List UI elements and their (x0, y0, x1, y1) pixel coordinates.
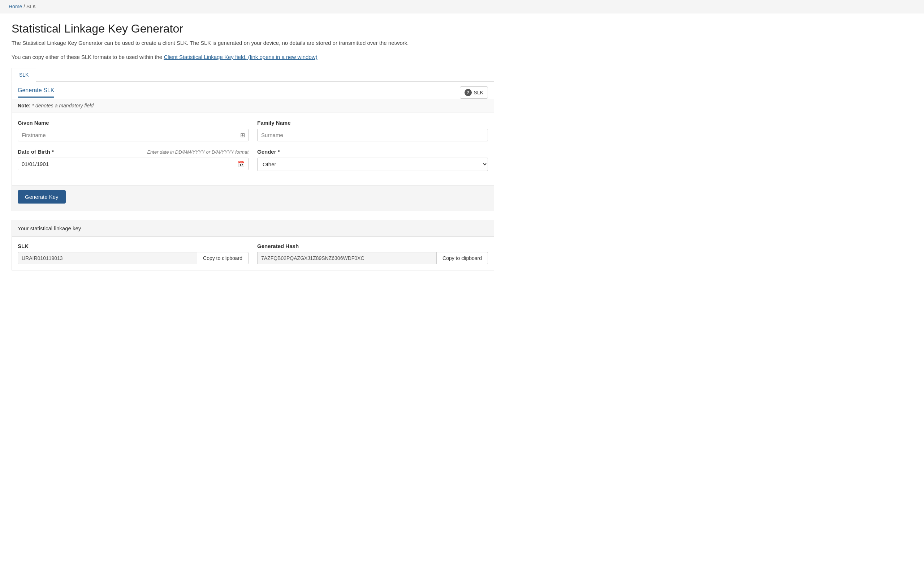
form-row-dob-gender: Date of Birth * Enter date in DD/MM/YYYY… (18, 149, 488, 171)
slk-result-row: Copy to clipboard (18, 252, 249, 264)
result-hash-col: Generated Hash Copy to clipboard (257, 243, 488, 264)
dob-wrapper: 📅 (18, 158, 249, 170)
action-row: Generate Key (12, 185, 494, 211)
page-title: Statistical Linkage Key Generator (12, 22, 494, 35)
help-btn-label: SLK (474, 90, 483, 95)
tab-slk[interactable]: SLK (12, 68, 36, 82)
breadcrumb: Home / SLK (0, 0, 924, 14)
hash-copy-button[interactable]: Copy to clipboard (436, 252, 488, 264)
slk-result-label: SLK (18, 243, 249, 249)
result-slk-col: SLK Copy to clipboard (18, 243, 249, 264)
hash-result-input (257, 252, 436, 264)
help-icon: ? (465, 89, 472, 96)
family-name-input[interactable] (257, 129, 488, 141)
gender-select[interactable]: Other Male Female Not stated/Inadequatel… (257, 158, 488, 171)
panel-header: Generate SLK ? SLK (12, 82, 494, 99)
help-button[interactable]: ? SLK (460, 86, 488, 99)
form-section: Given Name ⊞ Family Name Da (12, 113, 494, 185)
panel-header-title: Generate SLK (18, 87, 54, 98)
gender-label: Gender * (257, 149, 488, 155)
hash-result-row: Copy to clipboard (257, 252, 488, 264)
generate-key-button[interactable]: Generate Key (18, 190, 66, 203)
result-grid: SLK Copy to clipboard Generated Hash Cop… (18, 243, 488, 264)
result-body: SLK Copy to clipboard Generated Hash Cop… (12, 237, 494, 270)
tab-container: SLK (12, 67, 494, 82)
tab-list: SLK (12, 67, 494, 82)
page-description: The Statistical Linkage Key Generator ca… (12, 39, 494, 47)
slk-copy-button[interactable]: Copy to clipboard (197, 252, 249, 264)
result-header: Your statistical linkage key (12, 220, 494, 237)
dob-input[interactable] (18, 158, 249, 170)
family-name-wrapper (257, 129, 488, 141)
note-bar: Note: * denotes a mandatory field (12, 99, 494, 113)
dob-hint: Enter date in DD/MM/YYYY or D/M/YYYY for… (147, 149, 249, 155)
breadcrumb-current: SLK (26, 4, 36, 9)
slk-field-link[interactable]: Client Statistical Linkage Key field. (l… (164, 54, 317, 60)
copy-formats-text: You can copy either of these SLK formats… (12, 54, 494, 60)
result-section: Your statistical linkage key SLK Copy to… (12, 220, 494, 271)
gender-group: Gender * Other Male Female Not stated/In… (257, 149, 488, 171)
hash-result-label: Generated Hash (257, 243, 488, 249)
given-name-input[interactable] (18, 129, 249, 141)
given-name-label: Given Name (18, 120, 249, 126)
breadcrumb-separator: / (24, 4, 25, 9)
dob-label: Date of Birth * (18, 149, 54, 155)
given-name-wrapper: ⊞ (18, 129, 249, 141)
family-name-group: Family Name (257, 120, 488, 141)
dob-group: Date of Birth * Enter date in DD/MM/YYYY… (18, 149, 249, 171)
given-name-group: Given Name ⊞ (18, 120, 249, 141)
dob-label-row: Date of Birth * Enter date in DD/MM/YYYY… (18, 149, 249, 158)
form-row-names: Given Name ⊞ Family Name (18, 120, 488, 141)
family-name-label: Family Name (257, 120, 488, 126)
breadcrumb-home[interactable]: Home (9, 4, 22, 9)
slk-result-input (18, 252, 197, 264)
slk-panel: Generate SLK ? SLK Note: * denotes a man… (12, 82, 494, 211)
